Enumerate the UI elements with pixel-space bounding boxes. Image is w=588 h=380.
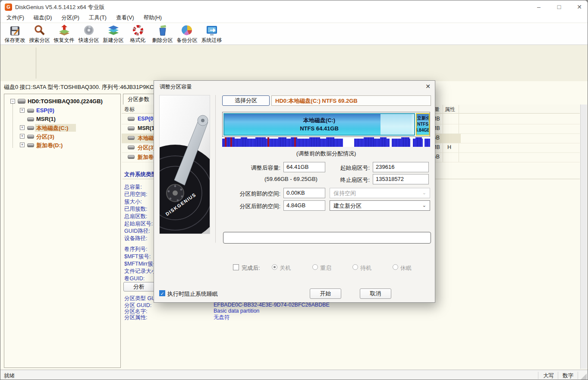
after-complete-checkbox[interactable] <box>233 264 239 270</box>
back-action-select[interactable]: 建立新分区 ⌄ <box>330 200 430 211</box>
column-volume-label[interactable]: 卷标 <box>124 105 135 114</box>
app-logo-icon: G <box>5 3 12 11</box>
menu-disk[interactable]: 磁盘(D) <box>34 14 52 22</box>
tab-partition-params[interactable]: 分区参数 <box>123 94 154 104</box>
toolbar: 保存更改 搜索分区 恢复文件 快速分区 新建分区 格式化 删除分区 备份分区 <box>0 23 588 45</box>
column-attribute-label[interactable]: 属性 <box>445 105 455 114</box>
disk-icon <box>27 126 34 130</box>
front-action-value: 保持空闲 <box>333 190 356 196</box>
param-label: 卷序列号: <box>124 246 147 253</box>
minimize-button[interactable]: – <box>532 2 546 12</box>
disk-info-line: 磁盘0 接口:SATA 型号:TOSHIBAQ300. 序列号:46JB31P9… <box>4 83 161 91</box>
radio-restart[interactable] <box>312 264 318 270</box>
window-title: DiskGenius V5.4.5.1412 x64 专业版 <box>15 3 104 11</box>
tree-item-d[interactable]: 新加卷(D:) <box>36 142 63 149</box>
disk-icon <box>128 136 135 140</box>
toolbar-quick-partition[interactable]: 快速分区 <box>77 24 101 43</box>
start-sector-input[interactable]: 239616 <box>373 162 429 172</box>
radio-shutdown[interactable] <box>272 264 277 270</box>
tree-expand-box[interactable]: + <box>20 142 25 147</box>
maximize-button[interactable]: □ <box>552 2 566 12</box>
prevent-sleep-checkbox[interactable]: ✓ <box>159 290 165 296</box>
column-capacity-label[interactable]: 量 <box>434 105 442 114</box>
status-caps-lock: 大写 <box>543 372 554 380</box>
toolbar-recover-files[interactable]: 恢复文件 <box>52 24 76 43</box>
after-complete-label: 完成后: <box>242 264 260 272</box>
cancel-button[interactable]: 取消 <box>360 288 391 299</box>
tree-expand-box[interactable]: + <box>20 108 25 113</box>
table-row[interactable]: 分区(3) <box>138 144 155 152</box>
tree-item-esp[interactable]: ESP(0) <box>36 107 54 114</box>
front-space-input[interactable]: 0.00KB <box>283 188 325 198</box>
tree-expand-box[interactable]: + <box>20 125 25 130</box>
resize-bar-sub: NTFS 64.41GB <box>224 125 414 133</box>
close-button[interactable]: ✕ <box>572 2 586 12</box>
tree-item-partition3[interactable]: 分区(3) <box>36 133 54 141</box>
front-action-select[interactable]: 保持空闲 ⌄ <box>330 188 430 198</box>
new-partition-icon <box>107 24 120 37</box>
param-label: 已用空间: <box>124 191 147 198</box>
tree-expand-box[interactable]: + <box>20 134 25 139</box>
radio-standby-label: 待机 <box>360 264 371 272</box>
new-partition-label: 建立新分区 <box>416 115 430 121</box>
menu-file[interactable]: 文件(F) <box>6 14 24 22</box>
chevron-down-icon: ⌄ <box>422 190 426 196</box>
vertical-scrollbar[interactable] <box>580 104 587 369</box>
disk-icon <box>18 99 25 104</box>
toolbar-save-changes[interactable]: 保存更改 <box>3 24 27 43</box>
disk-icon <box>27 109 34 113</box>
end-sector-label: 终止扇区号: <box>335 176 370 184</box>
hard-disk-image: DISKGENIUS <box>159 95 210 234</box>
table-row[interactable]: ESP(0) <box>138 116 155 122</box>
start-button[interactable]: 开始 <box>310 288 341 299</box>
resize-bar-label: 本地磁盘(C:) <box>224 116 414 125</box>
resize-grip[interactable] <box>581 374 587 380</box>
menu-tools[interactable]: 工具(T) <box>89 14 107 22</box>
param-label: 卷GUID: <box>124 275 145 282</box>
format-icon <box>132 24 145 37</box>
dialog-close-icon[interactable]: ✕ <box>422 82 434 91</box>
front-space-label: 分区前部的空间: <box>214 190 280 198</box>
partition-attr-label: 分区属性: <box>124 314 147 321</box>
toolbar-label: 系统迁移 <box>201 37 222 43</box>
resize-bar-new-partition[interactable]: 建立新分区 NTFS 4.84GB <box>416 113 430 136</box>
toolbar-format[interactable]: 格式化 <box>126 24 150 43</box>
size-label: 调整后容量: <box>214 164 280 172</box>
tree-item-msr[interactable]: MSR(1) <box>36 116 56 122</box>
save-changes-icon <box>9 24 22 37</box>
radio-standby[interactable] <box>352 264 358 270</box>
toolbar-label: 快速分区 <box>79 37 99 43</box>
disk-icon <box>128 127 135 130</box>
target-partition-box: HD0:本地磁盘(C:) NTFS 69.2GB <box>271 95 431 106</box>
resize-bar-main[interactable]: 本地磁盘(C:) NTFS 64.41GB <box>223 113 415 136</box>
tree-collapse-box[interactable]: − <box>10 99 15 104</box>
back-space-input[interactable]: 4.84GB <box>283 200 325 211</box>
status-bar: 就绪 大写 数字 <box>0 370 588 380</box>
title-bar: G DiskGenius V5.4.5.1412 x64 专业版 – □ ✕ <box>0 0 588 13</box>
toolbar-label: 保存更改 <box>5 37 25 43</box>
toolbar-backup-partition[interactable]: 备份分区 <box>175 24 199 43</box>
toolbar-delete-partition[interactable]: 删除分区 <box>151 24 174 43</box>
end-sector-input[interactable]: 135318572 <box>373 174 429 184</box>
divider <box>36 48 36 79</box>
toolbar-system-migration[interactable]: 系统迁移 <box>200 24 223 43</box>
toolbar-search-partition[interactable]: 搜索分区 <box>28 24 51 43</box>
menu-partition[interactable]: 分区(P) <box>61 14 79 22</box>
resize-handle[interactable] <box>411 114 414 135</box>
radio-hibernate-label: 休眠 <box>400 264 412 272</box>
analyze-button[interactable]: 分析 <box>123 282 154 291</box>
size-input[interactable]: 64.41GB <box>283 162 325 172</box>
section-filesystem-type: 文件系统类型 <box>124 171 157 178</box>
tree-item-c[interactable]: 本地磁盘(C:) <box>36 124 68 132</box>
menu-view[interactable]: 查看(V) <box>116 14 134 22</box>
param-label: 已用簇数: <box>124 206 147 213</box>
select-partition-button[interactable]: 选择分区 <box>222 95 270 106</box>
disk-map: ◁▷ 基本 GPT 本地磁盘(C:) NTFS <box>0 45 588 81</box>
menu-help[interactable]: 帮助(H) <box>144 14 162 22</box>
system-migration-icon <box>205 24 218 37</box>
chevron-down-icon: ⌄ <box>422 203 426 208</box>
tree-root-hd0[interactable]: HD0:TOSHIBAQ300.(224GB) <box>28 98 103 104</box>
radio-hibernate[interactable] <box>393 264 398 270</box>
tree-line <box>13 104 13 148</box>
toolbar-new-partition[interactable]: 新建分区 <box>101 24 125 43</box>
